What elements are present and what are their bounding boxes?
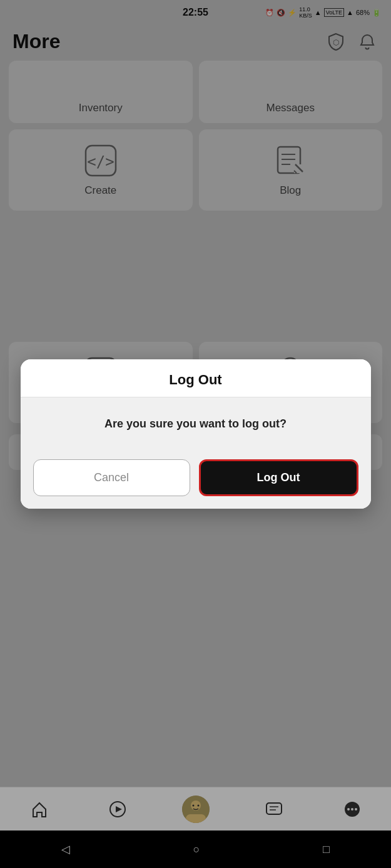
- dialog-actions: Cancel Log Out: [21, 451, 371, 509]
- dialog-title: Log Out: [169, 372, 221, 387]
- dialog-message: Are you sure you want to log out?: [104, 417, 287, 430]
- logout-dialog: Log Out Are you sure you want to log out…: [21, 359, 371, 509]
- cancel-button[interactable]: Cancel: [33, 459, 190, 496]
- dialog-header: Log Out: [21, 359, 371, 397]
- dialog-body: Are you sure you want to log out?: [21, 397, 371, 451]
- dialog-overlay: Log Out Are you sure you want to log out…: [0, 0, 391, 868]
- confirm-logout-button[interactable]: Log Out: [199, 459, 358, 496]
